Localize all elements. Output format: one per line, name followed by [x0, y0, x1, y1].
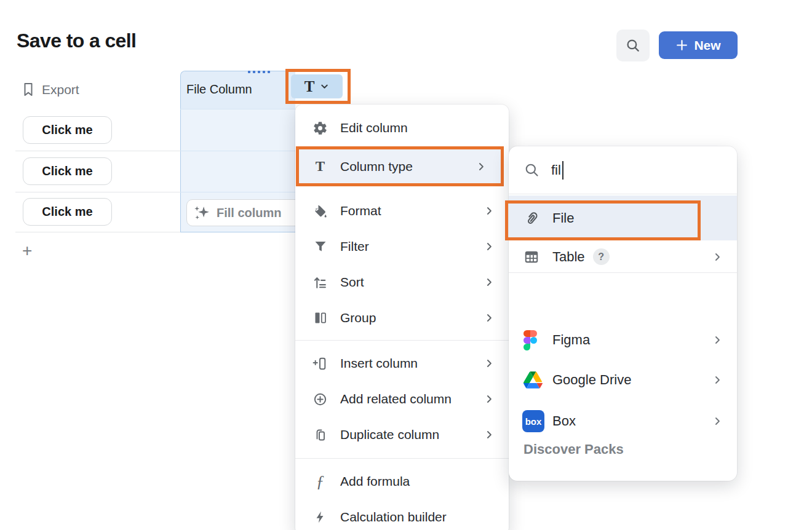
column-header-label[interactable]: File Column	[186, 82, 252, 97]
chevron-right-icon	[483, 240, 495, 253]
fill-column-label: Fill column	[217, 206, 282, 220]
paperclip-icon	[523, 210, 547, 226]
new-button[interactable]: New	[659, 31, 738, 59]
submenu-item-file[interactable]: File	[509, 196, 737, 240]
click-me-button-2[interactable]: Click me	[23, 157, 112, 185]
pack-item-google-drive[interactable]: Google Drive	[509, 363, 737, 397]
table-divider	[15, 192, 180, 192]
menu-item-format[interactable]: Format	[295, 193, 509, 229]
type-search-value: fil	[551, 162, 561, 178]
bookmark-icon	[21, 81, 36, 98]
menu-item-add-formula[interactable]: ƒ Add formula	[295, 464, 509, 499]
lightning-icon	[312, 510, 328, 524]
menu-item-group[interactable]: Group	[295, 300, 509, 336]
click-me-button-1[interactable]: Click me	[23, 116, 112, 144]
chevron-right-icon	[483, 357, 495, 370]
menu-item-column-type[interactable]: T Column type	[299, 149, 501, 183]
duplicate-icon	[312, 427, 328, 442]
menu-item-insert-column[interactable]: Insert column	[295, 346, 509, 381]
menu-item-add-related-column[interactable]: Add related column	[295, 381, 509, 417]
chevron-right-icon	[483, 276, 495, 288]
gear-icon	[312, 121, 328, 136]
submenu-item-table[interactable]: Table ?	[509, 240, 737, 273]
fill-column-button[interactable]: Fill column	[186, 199, 304, 226]
google-drive-logo	[523, 371, 547, 389]
pack-item-figma[interactable]: Figma	[509, 323, 737, 357]
submenu-divider	[509, 194, 737, 194]
menu-item-edit-column[interactable]: Edit column	[295, 110, 509, 146]
chevron-right-icon	[483, 312, 495, 324]
text-cursor	[562, 161, 563, 180]
menu-item-calculation-builder[interactable]: Calculation builder	[295, 499, 509, 530]
chevron-right-icon	[483, 429, 495, 441]
table-divider	[180, 151, 295, 151]
table-divider	[15, 232, 180, 232]
menu-divider	[295, 458, 509, 459]
menu-divider	[295, 340, 509, 341]
chevron-right-icon	[711, 334, 723, 346]
submenu-divider	[509, 272, 737, 273]
click-me-button-3[interactable]: Click me	[23, 198, 112, 226]
page-title: Save to a cell	[17, 30, 136, 52]
table-divider	[180, 192, 295, 192]
table-divider	[180, 109, 295, 109]
text-type-icon: T	[304, 78, 315, 95]
funnel-icon	[312, 239, 328, 254]
formula-icon: ƒ	[316, 472, 325, 491]
chevron-right-icon	[483, 205, 495, 217]
search-icon	[523, 162, 540, 178]
menu-item-duplicate-column[interactable]: Duplicate column	[295, 417, 509, 453]
box-logo: box	[522, 410, 544, 432]
group-icon	[312, 310, 328, 325]
chevron-right-icon	[475, 160, 487, 173]
circle-plus-icon	[312, 392, 328, 407]
table-divider	[15, 151, 180, 151]
highlight-box-column-type-item: T Column type	[296, 146, 504, 186]
text-type-icon: T	[316, 159, 325, 175]
discover-packs-heading: Discover Packs	[523, 441, 624, 457]
chevron-right-icon	[711, 415, 723, 427]
help-badge[interactable]: ?	[593, 248, 610, 265]
plus-icon	[675, 39, 688, 52]
export-button[interactable]: Export	[21, 81, 79, 98]
chevron-right-icon	[711, 374, 723, 386]
export-label: Export	[42, 82, 79, 97]
search-icon	[625, 38, 641, 53]
figma-logo	[523, 330, 547, 350]
column-context-menu: Edit column T Column type Format Filter	[295, 105, 509, 530]
pack-item-box[interactable]: box Box	[509, 403, 737, 439]
chevron-right-icon	[483, 393, 495, 405]
paint-bucket-icon	[312, 204, 328, 219]
chevron-down-icon	[320, 82, 329, 91]
type-search-field[interactable]: fil	[509, 146, 737, 194]
column-type-submenu: fil File Table ? Discover Packs	[509, 146, 737, 481]
insert-column-icon	[312, 356, 328, 371]
new-button-label: New	[694, 38, 720, 53]
column-drag-handle[interactable]	[248, 71, 270, 73]
chevron-right-icon	[711, 251, 723, 263]
table-icon	[523, 249, 547, 265]
sort-icon	[312, 275, 328, 290]
menu-item-sort[interactable]: Sort	[295, 264, 509, 300]
column-type-chip[interactable]: T	[291, 74, 343, 98]
menu-item-filter[interactable]: Filter	[295, 229, 509, 264]
sparkles-icon	[194, 205, 210, 221]
add-row-button[interactable]: +	[22, 241, 32, 261]
search-button[interactable]	[616, 30, 650, 61]
